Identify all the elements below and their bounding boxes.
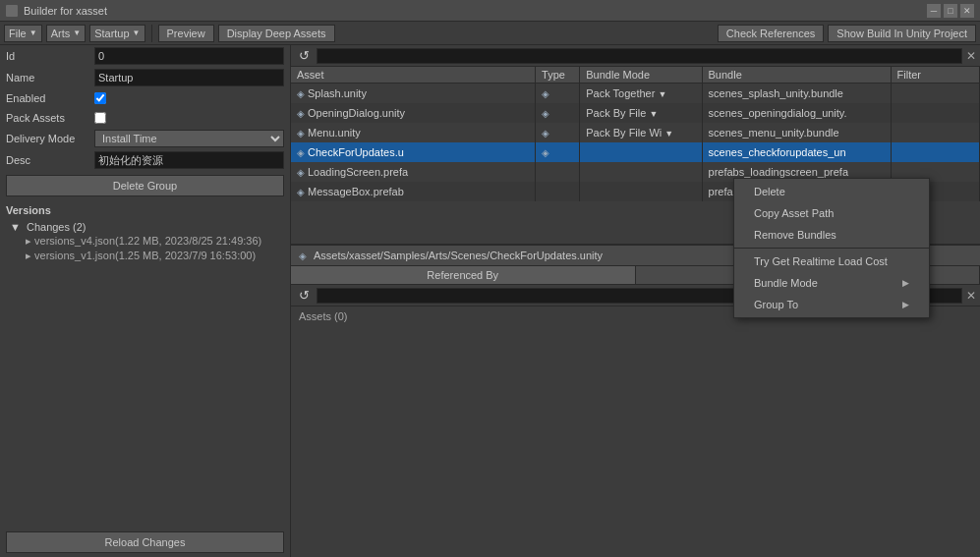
bundle-mode-cell: Pack By File ▼ (580, 103, 702, 123)
context-menu-item[interactable]: Remove Bundles (734, 224, 929, 246)
table-row[interactable]: ◈OpeningDialog.unity◈Pack By File ▼scene… (291, 103, 980, 123)
col-bundle: Bundle (702, 67, 891, 84)
asset-cell: ◈MessageBox.prefab (291, 182, 536, 201)
context-menu-item[interactable]: Try Get Realtime Load Cost (734, 251, 929, 272)
context-menu-item[interactable]: Group To▶ (734, 294, 929, 315)
id-input[interactable] (94, 47, 284, 65)
version2-item[interactable]: ▸ versions_v1.json(1.25 MB, 2023/7/9 16:… (26, 249, 284, 263)
file-menu[interactable]: File ▼ (4, 25, 42, 42)
table-row[interactable]: ◈Splash.unity◈Pack Together ▼scenes_spla… (291, 84, 980, 103)
name-row: Name (0, 67, 290, 88)
arts-menu[interactable]: Arts ▼ (46, 25, 86, 42)
submenu-arrow: ▶ (902, 300, 909, 309)
tab-referenced-by[interactable]: Referenced By (291, 266, 636, 284)
startup-menu[interactable]: Startup ▼ (89, 25, 144, 42)
desc-input[interactable] (94, 151, 284, 169)
asset-path: Assets/xasset/Samples/Arts/Scenes/CheckF… (314, 250, 603, 261)
bundle-mode-cell: Pack By File Wi ▼ (580, 123, 702, 142)
context-menu-separator (734, 248, 929, 249)
version1-arrow: ▸ (26, 235, 34, 247)
bundle-cell: scenes_menu_unity.bundle (702, 123, 891, 142)
table-row[interactable]: ◈CheckForUpdates.u◈scenes_checkforupdate… (291, 142, 980, 162)
pack-assets-label: Pack Assets (6, 112, 94, 124)
enabled-row: Enabled (0, 88, 290, 108)
context-menu-item[interactable]: Copy Asset Path (734, 202, 929, 224)
unity-icon: ◈ (299, 251, 307, 261)
asset-cell: ◈Splash.unity (291, 84, 536, 103)
table-row[interactable]: ◈Menu.unity◈Pack By File Wi ▼scenes_menu… (291, 123, 980, 142)
reload-icon-button[interactable]: ↺ (295, 47, 313, 65)
type-cell (536, 182, 580, 201)
context-menu-item[interactable]: Bundle Mode▶ (734, 272, 929, 294)
version1-item[interactable]: ▸ versions_v4.json(1.22 MB, 2023/8/25 21… (26, 234, 284, 249)
version2-arrow: ▸ (26, 250, 34, 261)
name-input[interactable] (94, 69, 284, 86)
bundle-cell: scenes_openingdialog_unity. (702, 103, 891, 123)
submenu-arrow: ▶ (902, 278, 909, 288)
type-cell: ◈ (536, 103, 580, 123)
toolbar-separator-1 (151, 25, 152, 42)
bottom-reload-button[interactable]: ↺ (295, 287, 313, 305)
maximize-button[interactable]: □ (944, 4, 957, 18)
desc-label: Desc (6, 154, 94, 166)
type-cell (536, 162, 580, 182)
bundle-mode-cell: Pack Together ▼ (580, 84, 702, 103)
changes-label: Changes (2) (27, 221, 86, 233)
bundle-cell: scenes_checkforupdates_un (702, 142, 891, 162)
delivery-mode-row: Delivery Mode Install Time (0, 128, 290, 149)
type-cell: ◈ (536, 123, 580, 142)
asset-cell: ◈OpeningDialog.unity (291, 103, 536, 123)
right-panel: ↺ ✕ Asset Type Bundle Mode Bundle Filter (291, 45, 980, 557)
delivery-mode-label: Delivery Mode (6, 133, 94, 144)
show-build-button[interactable]: Show Build In Unity Project (828, 25, 976, 42)
delete-group-button[interactable]: Delete Group (6, 175, 284, 196)
bundle-mode-cell (580, 142, 702, 162)
check-references-button[interactable]: Check References (718, 25, 825, 42)
top-toolbar: File ▼ Arts ▼ Startup ▼ Preview Display … (0, 22, 980, 45)
bottom-content: Assets (0) (291, 306, 980, 440)
reload-changes-button[interactable]: Reload Changes (6, 531, 284, 553)
display-deep-assets-button[interactable]: Display Deep Assets (218, 25, 335, 42)
window-controls: ─ □ ✕ (927, 4, 974, 18)
filter-cell (891, 84, 979, 103)
asset-cell: ◈Menu.unity (291, 123, 536, 142)
filter-cell (891, 123, 979, 142)
file-menu-arrow: ▼ (29, 28, 37, 37)
close-button[interactable]: ✕ (960, 4, 974, 18)
col-bundle-mode: Bundle Mode (580, 67, 702, 84)
bundle-mode-cell (580, 182, 702, 201)
startup-menu-arrow: ▼ (133, 28, 141, 37)
id-row: Id (0, 45, 290, 67)
col-filter: Filter (891, 67, 979, 84)
filter-cell (891, 103, 979, 123)
preview-button[interactable]: Preview (158, 25, 214, 42)
pack-assets-row: Pack Assets (0, 108, 290, 128)
enabled-label: Enabled (6, 92, 94, 104)
delivery-mode-select[interactable]: Install Time (94, 130, 284, 147)
version2-label: versions_v1.json(1.25 MB, 2023/7/9 16:53… (34, 250, 256, 261)
main-layout: Id Name Enabled Pack Assets Delivery Mod… (0, 45, 980, 557)
minimize-button[interactable]: ─ (927, 4, 941, 18)
asset-search-input[interactable] (317, 48, 962, 64)
changes-item[interactable]: ▼ Changes (2) (10, 220, 284, 234)
title-bar: Builder for xasset ─ □ ✕ (0, 0, 980, 22)
type-cell: ◈ (536, 84, 580, 103)
versions-section: Versions ▼ Changes (2) ▸ versions_v4.jso… (0, 200, 290, 267)
window-title: Builder for xasset (24, 5, 921, 17)
context-menu-item[interactable]: Delete (734, 181, 929, 202)
filter-cell (891, 142, 979, 162)
version1-label: versions_v4.json(1.22 MB, 2023/8/25 21:4… (34, 235, 261, 247)
versions-title: Versions (6, 204, 284, 216)
pack-assets-checkbox[interactable] (94, 112, 106, 124)
bottom-search-close[interactable]: ✕ (966, 289, 976, 303)
search-close-button[interactable]: ✕ (966, 49, 976, 63)
main-window: Builder for xasset ─ □ ✕ File ▼ Arts ▼ S… (0, 0, 980, 557)
col-type: Type (536, 67, 580, 84)
name-label: Name (6, 72, 94, 84)
assets-count: Assets (0) (299, 310, 348, 322)
bundle-mode-cell (580, 162, 702, 182)
enabled-checkbox[interactable] (94, 92, 106, 104)
type-cell: ◈ (536, 142, 580, 162)
window-icon (6, 5, 18, 17)
desc-row: Desc (0, 149, 290, 171)
